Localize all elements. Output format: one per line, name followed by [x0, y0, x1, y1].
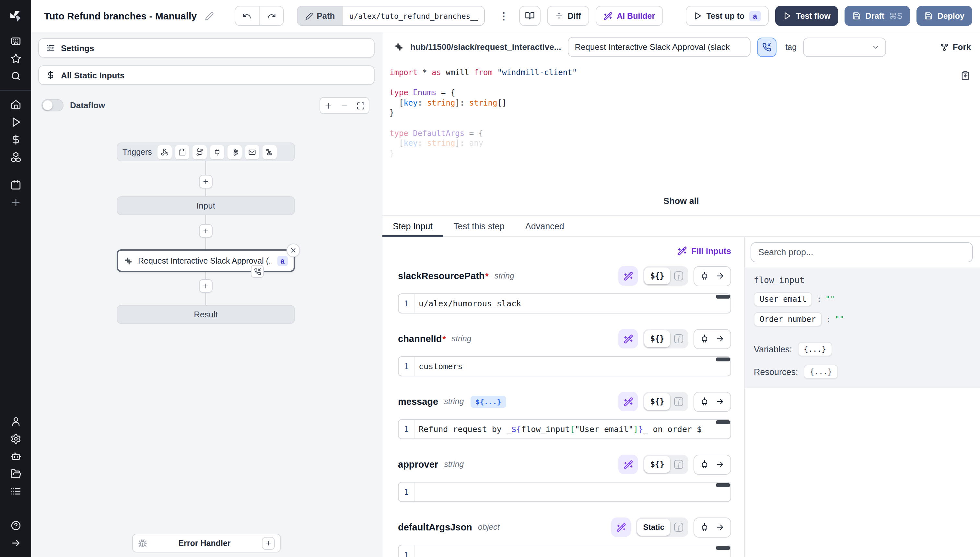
home-icon[interactable]	[0, 96, 31, 113]
ai-fill-field-button[interactable]	[619, 266, 638, 286]
docs-book-button[interactable]	[519, 6, 541, 26]
javascript-expr-mode-icon[interactable]: f	[670, 519, 687, 536]
editor-scrollbar-thumb[interactable]	[716, 420, 730, 424]
fork-button[interactable]: Fork	[940, 42, 971, 52]
field-value[interactable]	[415, 546, 730, 557]
editor-scrollbar-thumb[interactable]	[716, 546, 730, 550]
websocket-trigger-icon[interactable]	[210, 145, 225, 159]
runs-play-icon[interactable]	[0, 113, 31, 131]
audit-logs-list-icon[interactable]	[0, 482, 31, 500]
step-summary-input[interactable]	[567, 37, 750, 57]
field-value[interactable]: u/alex/humorous_slack	[415, 294, 730, 313]
ai-builder-button[interactable]: AI Builder	[595, 6, 663, 26]
add-step-above-input-button[interactable]	[199, 175, 212, 189]
field-value-editor[interactable]: 1customers	[398, 356, 731, 376]
field-value[interactable]: Refund request by _${flow_input["User em…	[415, 420, 730, 438]
prop-key-pill[interactable]: User email	[754, 292, 812, 306]
schedules-calendar-icon[interactable]	[0, 176, 31, 194]
editor-scrollbar-thumb[interactable]	[716, 295, 730, 298]
tab-step-input[interactable]: Step Input	[382, 216, 443, 236]
resources-row[interactable]: Resources: {...}	[754, 365, 971, 379]
path-label[interactable]: Path	[297, 7, 343, 25]
connect-input-buttons[interactable]	[694, 391, 731, 412]
tab-test-this-step[interactable]: Test this step	[443, 216, 515, 236]
add-step-before-button[interactable]	[199, 224, 212, 238]
suspend-approval-phone-icon[interactable]	[251, 265, 264, 278]
folders-icon[interactable]	[0, 465, 31, 482]
windmill-logo-icon[interactable]	[0, 0, 31, 33]
field-value-editor[interactable]: 1Refund request by _${flow_input["User e…	[398, 419, 731, 439]
add-step-after-button[interactable]	[199, 279, 212, 293]
kafka-trigger-icon[interactable]	[228, 145, 242, 159]
deploy-button[interactable]: Deploy	[917, 6, 972, 26]
field-value[interactable]: customers	[415, 357, 730, 376]
selected-step-node[interactable]: Request Interactive Slack Approval (... …	[117, 249, 295, 272]
poll-trigger-icon[interactable]	[263, 145, 277, 159]
fit-view-button[interactable]	[353, 98, 369, 113]
undo-button[interactable]	[235, 7, 259, 25]
ai-fill-field-button[interactable]	[619, 455, 638, 474]
test-flow-button[interactable]: Test flow	[775, 6, 838, 26]
edit-title-pencil-icon[interactable]	[204, 11, 214, 20]
javascript-expr-mode-icon[interactable]: f	[670, 456, 687, 473]
account-user-icon[interactable]	[0, 412, 31, 430]
fill-inputs-button[interactable]: Fill inputs	[677, 246, 731, 256]
javascript-expr-mode-icon[interactable]: f	[670, 393, 687, 410]
ai-fill-field-button[interactable]	[619, 329, 638, 349]
editor-scrollbar-thumb[interactable]	[716, 483, 730, 487]
input-node[interactable]: Input	[117, 196, 295, 215]
field-value[interactable]	[415, 482, 730, 501]
search-icon[interactable]	[0, 67, 31, 85]
settings-gear-icon[interactable]	[0, 430, 31, 448]
add-plus-icon[interactable]	[0, 194, 31, 211]
ai-bot-icon[interactable]	[0, 448, 31, 465]
variables-row[interactable]: Variables: {...}	[754, 342, 971, 356]
hub-script-path[interactable]: hub/11500/slack/request_interactive...	[410, 42, 561, 52]
dataflow-toggle[interactable]	[41, 99, 64, 111]
resources-boxes-icon[interactable]	[0, 148, 31, 166]
zoom-out-button[interactable]	[336, 98, 353, 113]
prop-search-input[interactable]	[751, 242, 973, 262]
ai-fill-field-button[interactable]	[611, 518, 631, 537]
redo-button[interactable]	[259, 7, 283, 25]
field-value-editor[interactable]: 1	[398, 545, 731, 557]
test-up-to-button[interactable]: Test up to a	[686, 6, 769, 26]
flow-settings-button[interactable]: Settings	[38, 38, 375, 58]
result-node[interactable]: Result	[117, 305, 295, 324]
add-error-handler-button[interactable]	[262, 537, 275, 550]
copy-code-icon[interactable]	[960, 71, 970, 80]
connect-input-buttons[interactable]	[694, 329, 731, 349]
ai-fill-field-button[interactable]	[619, 392, 638, 411]
draft-button[interactable]: Draft ⌘S	[845, 6, 910, 26]
remove-step-button[interactable]	[286, 244, 300, 257]
input-mode-active-chip[interactable]: ${}	[645, 393, 670, 410]
schedule-trigger-icon[interactable]	[175, 145, 189, 159]
all-static-inputs-button[interactable]: All Static Inputs	[38, 65, 375, 85]
more-menu-kebab-icon[interactable]: ⋮	[495, 13, 513, 19]
http-route-trigger-icon[interactable]	[193, 145, 207, 159]
show-all-button[interactable]: Show all	[382, 196, 980, 206]
step-code-preview[interactable]: import * as wmill from "windmill-client"…	[382, 62, 980, 215]
javascript-expr-mode-icon[interactable]: f	[670, 330, 687, 347]
field-value-editor[interactable]: 1	[398, 482, 731, 502]
input-mode-active-chip[interactable]: ${}	[645, 267, 670, 284]
zoom-in-button[interactable]	[320, 98, 336, 113]
flow-input-root[interactable]: flow_input	[754, 275, 971, 285]
email-trigger-icon[interactable]	[245, 145, 260, 159]
favorites-star-icon[interactable]	[0, 50, 31, 67]
connect-input-buttons[interactable]	[694, 454, 731, 474]
connect-input-buttons[interactable]	[694, 517, 731, 537]
input-mode-active-chip[interactable]: Static	[637, 519, 670, 536]
error-handler-node[interactable]: Error Handler	[132, 534, 281, 552]
workspace-icon[interactable]	[0, 33, 31, 50]
webhook-trigger-icon[interactable]	[158, 145, 172, 159]
prop-row-order-number[interactable]: Order number:""	[754, 312, 971, 326]
tag-select[interactable]	[803, 37, 886, 57]
prop-key-pill[interactable]: Order number	[754, 312, 822, 326]
path-input[interactable]	[343, 7, 484, 25]
editor-scrollbar-thumb[interactable]	[716, 358, 730, 362]
input-mode-active-chip[interactable]: ${}	[645, 456, 670, 473]
field-value-editor[interactable]: 1u/alex/humorous_slack	[398, 293, 731, 313]
input-mode-active-chip[interactable]: ${}	[645, 330, 670, 347]
suspend-approval-toggle-button[interactable]	[757, 37, 776, 57]
